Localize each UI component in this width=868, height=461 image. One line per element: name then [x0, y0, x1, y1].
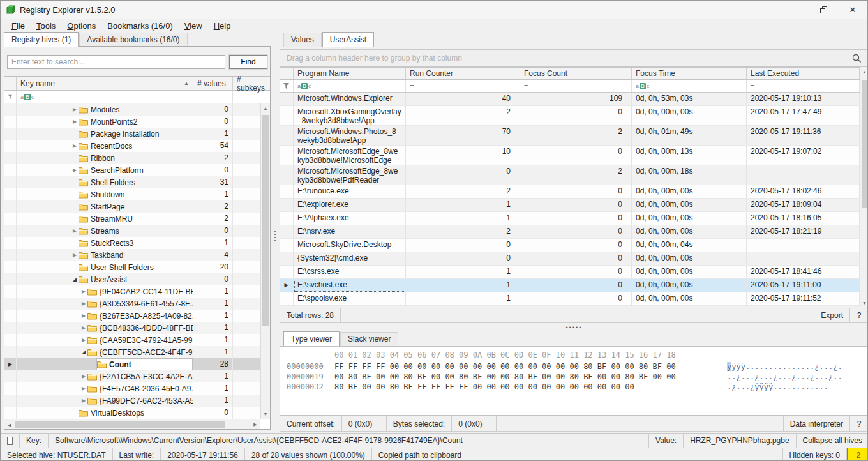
group-by-bar[interactable]: Drag a column header here to group by th…: [280, 49, 868, 67]
grid-row[interactable]: Microsoft.XboxGamingOverlay_8wekyb3d8bbw…: [280, 106, 860, 126]
minimize-button[interactable]: [779, 1, 809, 19]
restore-button[interactable]: [809, 1, 838, 19]
tab-values[interactable]: Values: [283, 33, 322, 47]
expand-icon[interactable]: ▶: [80, 374, 87, 379]
collapse-icon[interactable]: ◢: [71, 276, 79, 282]
scroll-left-icon[interactable]: ◀: [4, 420, 15, 430]
tree-filter-subkeys[interactable]: =: [233, 91, 260, 103]
search-input[interactable]: [7, 55, 225, 69]
tree-row[interactable]: ▶SearchPlatform0: [4, 164, 260, 176]
tree-row[interactable]: ▶MountPoints20: [4, 116, 260, 128]
key-checkbox[interactable]: [7, 437, 13, 445]
grid-row[interactable]: Microsoft.MicrosoftEdge_8wekyb3d8bbwe!Mi…: [280, 146, 860, 165]
grid-column-run-counter[interactable]: Run Counter: [406, 68, 520, 79]
tree-column-subkeys[interactable]: # subkeys: [233, 77, 260, 90]
expand-icon[interactable]: ▶: [80, 313, 87, 319]
tree-row[interactable]: ◢UserAssist0: [4, 273, 260, 285]
collapse-icon[interactable]: ◢: [80, 349, 87, 355]
grid-row[interactable]: Microsoft.Windows.Explorer401090d, 0h, 5…: [280, 93, 860, 106]
expand-icon[interactable]: ▶: [80, 337, 87, 343]
grid-column-last-executed[interactable]: Last Executed: [747, 68, 860, 79]
tree-vscroll-thumb[interactable]: [262, 115, 269, 326]
scroll-down-icon[interactable]: ▼: [860, 298, 868, 308]
scroll-down-icon[interactable]: ▼: [261, 409, 270, 419]
grid-row[interactable]: {System32}\cmd.exe000d, 0h, 00m, 00s: [280, 252, 860, 266]
grid-row[interactable]: Microsoft.Windows.Photos_8wekyb3d8bbwe!A…: [280, 126, 860, 146]
menu-item-view[interactable]: View: [179, 20, 208, 32]
menu-item-help[interactable]: Help: [208, 20, 237, 32]
scroll-up-icon[interactable]: ▲: [860, 67, 868, 77]
tree-column-key-name[interactable]: Key name▲: [17, 77, 193, 90]
tab-userassist[interactable]: UserAssist: [322, 32, 374, 47]
tree-row[interactable]: ▶{FA99DFC7-6AC2-453A-A5...1: [4, 395, 260, 407]
grid-row[interactable]: Microsoft.MicrosoftEdge_8wekyb3d8bbwe!Pd…: [280, 165, 860, 185]
tree-hscroll-thumb[interactable]: [15, 421, 225, 428]
tab-type-viewer[interactable]: Type viewer: [283, 331, 340, 346]
scroll-up-icon[interactable]: ▲: [261, 103, 270, 113]
tree-column-values[interactable]: # values: [193, 77, 233, 90]
grid-vertical-scrollbar[interactable]: ▲ ▼: [860, 67, 868, 308]
expand-icon[interactable]: ▶: [71, 107, 79, 112]
tab-slack-viewer[interactable]: Slack viewer: [340, 332, 398, 346]
collapse-all-hives-button[interactable]: Collapse all hives: [797, 434, 868, 448]
expand-icon[interactable]: ▶: [80, 386, 87, 391]
search-icon[interactable]: [851, 53, 862, 63]
expand-icon[interactable]: ▶: [80, 289, 87, 294]
vertical-splitter[interactable]: [271, 224, 279, 247]
grid-filter-cell[interactable]: aBc: [294, 80, 406, 92]
expand-icon[interactable]: ▶: [80, 301, 87, 306]
grid-filter-cell[interactable]: =: [520, 80, 632, 92]
find-button[interactable]: Find: [229, 55, 267, 69]
tree-row[interactable]: ▶Streams0: [4, 225, 260, 237]
grid-row[interactable]: E:\Alphaex.exe100d, 0h, 00m, 00s2020-05-…: [280, 212, 860, 225]
tree-row[interactable]: Ribbon2: [4, 152, 260, 164]
grid-row[interactable]: E:\runouce.exe200d, 0h, 00m, 00s2020-05-…: [280, 185, 860, 199]
tree-row[interactable]: User Shell Folders20: [4, 261, 260, 273]
export-button[interactable]: Export: [814, 308, 850, 322]
scroll-right-icon[interactable]: ▶: [250, 419, 260, 430]
tree-row[interactable]: VirtualDesktops0: [4, 407, 260, 419]
tree-row[interactable]: StuckRects31: [4, 237, 260, 249]
hex-help-button[interactable]: ?: [850, 416, 868, 431]
menu-item-bookmarks[interactable]: Bookmarks (16/0): [101, 20, 179, 32]
grid-column-focus-count[interactable]: Focus Count: [520, 68, 632, 79]
tree-filter-key-name[interactable]: aBc: [17, 91, 193, 103]
tree-row[interactable]: ▶{9E04CAB2-CC14-11DF-BB...1: [4, 285, 260, 298]
grid-row[interactable]: ▶E:\svchost.exe100d, 0h, 00m, 00s2020-05…: [280, 279, 860, 292]
tree-row[interactable]: ▶{A3D53349-6E61-4557-8F...1: [4, 298, 260, 310]
tree-row[interactable]: ▶Modules0: [4, 103, 260, 116]
expand-icon[interactable]: ▶: [71, 119, 79, 125]
grid-filter-cell[interactable]: aBc: [632, 80, 747, 92]
tab-available-bookmarks[interactable]: Available bookmarks (16/0): [79, 33, 187, 47]
tree-row[interactable]: Shutdown1: [4, 188, 260, 200]
tree-row[interactable]: ▶{F2A1CB5A-E3CC-4A2E-AF...1: [4, 370, 260, 382]
tree-row[interactable]: ◢{CEBFF5CD-ACE2-4F4F-91...1: [4, 346, 260, 358]
tree-vertical-scrollbar[interactable]: ▲ ▼: [260, 103, 270, 419]
expand-icon[interactable]: ▶: [71, 167, 79, 173]
grid-filter-cell[interactable]: =: [747, 80, 860, 92]
close-button[interactable]: ✕: [838, 1, 867, 19]
grid-column-focus-time[interactable]: Focus Time: [632, 68, 747, 79]
tree-row[interactable]: ▶{CAA59E3C-4792-41A5-99...1: [4, 334, 260, 346]
tree-row[interactable]: ▶{B267E3AD-A825-4A09-82...1: [4, 310, 260, 322]
expand-icon[interactable]: ▶: [71, 228, 79, 234]
grid-filter-cell[interactable]: =: [406, 80, 520, 92]
data-interpreter-button[interactable]: Data interpreter: [783, 416, 850, 431]
tree-row[interactable]: ▶{BCB48336-4DDD-48FF-BB...1: [4, 322, 260, 334]
tree-row[interactable]: StreamMRU2: [4, 213, 260, 225]
expand-icon[interactable]: ▶: [80, 325, 87, 331]
tree-horizontal-scrollbar[interactable]: ◀ ▶: [4, 419, 260, 429]
grid-vscroll-thumb[interactable]: [862, 80, 867, 208]
expand-icon[interactable]: ▶: [71, 143, 79, 149]
tree-row[interactable]: ▶RecentDocs54: [4, 140, 260, 152]
tree-row[interactable]: ▶Count28: [4, 358, 260, 370]
tree-row[interactable]: StartPage2: [4, 200, 260, 213]
menu-item-options[interactable]: Options: [61, 20, 101, 32]
tree-filter-values[interactable]: =: [193, 91, 233, 103]
grid-row[interactable]: E:\csrss.exe100d, 0h, 00m, 00s2020-05-17…: [280, 266, 860, 279]
tree-row[interactable]: Shell Folders31: [4, 176, 260, 188]
expand-icon[interactable]: ▶: [71, 252, 79, 258]
grid-row[interactable]: E:\explorer.exe100d, 0h, 00m, 00s2020-05…: [280, 199, 860, 212]
tree-row[interactable]: ▶{F4E57C4B-2036-45F0-A9...1: [4, 382, 260, 395]
grid-row[interactable]: E:\nsrv.exe200d, 0h, 00m, 00s2020-05-17 …: [280, 225, 860, 239]
